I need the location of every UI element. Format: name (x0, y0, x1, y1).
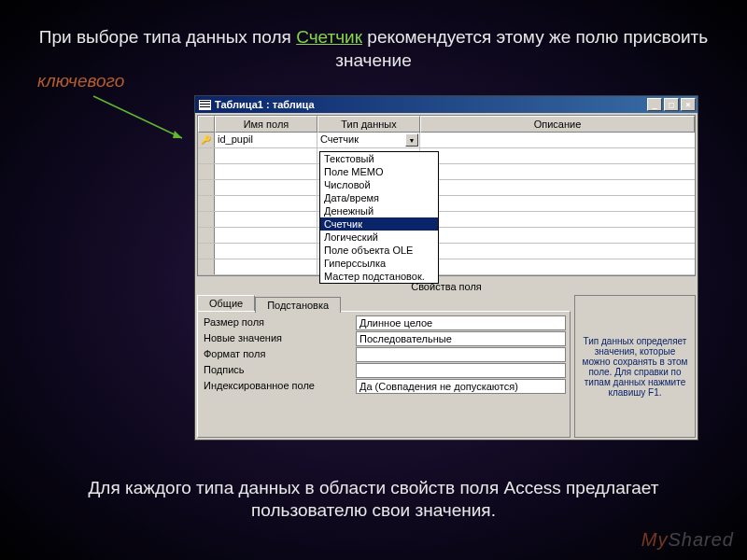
col-name[interactable]: Имя поля (215, 116, 317, 133)
prop-value-input[interactable] (356, 363, 566, 378)
arrow-annotation (89, 91, 191, 147)
table-icon (199, 100, 211, 110)
field-grid: Имя поля Тип данных Описание 🔑 id_pupil … (197, 115, 696, 276)
key-word: ключевого (37, 71, 124, 91)
minimize-button[interactable]: _ (647, 98, 662, 111)
properties-panel: Общие Подстановка Размер поляДлинное цел… (197, 295, 571, 438)
field-desc-cell[interactable] (420, 133, 695, 147)
dropdown-option[interactable]: Числовой (320, 178, 438, 191)
watermark: MyShared (641, 529, 734, 551)
prop-label: Формат поля (202, 347, 356, 362)
svg-line-0 (93, 96, 182, 138)
prop-label: Новые значения (202, 331, 356, 346)
properties-label: Свойства поля (195, 278, 698, 295)
dropdown-option[interactable]: Поле объекта OLE (320, 244, 438, 257)
window-title: Таблица1 : таблица (215, 99, 315, 110)
col-desc[interactable]: Описание (420, 116, 695, 133)
dropdown-option-selected[interactable]: Счетчик (320, 217, 438, 231)
prop-value-input[interactable]: Длинное целое (356, 315, 566, 330)
dropdown-button[interactable]: ▼ (405, 133, 418, 147)
slide-footer-text: Для каждого типа данных в области свойст… (37, 477, 710, 523)
slide-heading: При выборе типа данных поля Счетчик реко… (37, 26, 710, 72)
prop-label: Размер поля (202, 315, 356, 330)
accent-word: Счетчик (296, 27, 362, 47)
maximize-button[interactable]: □ (664, 98, 679, 111)
grid-header: Имя поля Тип данных Описание (198, 116, 695, 133)
tab-general[interactable]: Общие (197, 295, 255, 311)
field-type-cell[interactable]: Счетчик ▼ (317, 133, 420, 147)
row-selector[interactable]: 🔑 (198, 133, 215, 147)
titlebar[interactable]: Таблица1 : таблица _ □ × (195, 96, 698, 113)
dropdown-option[interactable]: Поле МЕМО (320, 165, 438, 178)
access-table-designer-window: Таблица1 : таблица _ □ × Имя поля Тип да… (194, 95, 698, 441)
dropdown-option[interactable]: Логический (320, 231, 438, 244)
prop-value-input[interactable]: Да (Совпадения не допускаются) (356, 379, 566, 394)
datatype-dropdown[interactable]: Текстовый Поле МЕМО Числовой Дата/время … (319, 151, 439, 284)
dropdown-option[interactable]: Гиперссылка (320, 257, 438, 270)
prop-value-input[interactable]: Последовательные (356, 331, 566, 346)
table-row[interactable]: 🔑 id_pupil Счетчик ▼ (198, 133, 695, 148)
svg-marker-1 (173, 131, 182, 138)
dropdown-option[interactable]: Мастер подстановок. (320, 270, 438, 283)
dropdown-option[interactable]: Текстовый (320, 152, 438, 165)
primary-key-icon: 🔑 (201, 135, 211, 145)
dropdown-option[interactable]: Дата/время (320, 191, 438, 204)
field-name-cell[interactable]: id_pupil (215, 133, 317, 147)
close-button[interactable]: × (681, 98, 696, 111)
help-panel: Тип данных определяет значения, которые … (574, 295, 696, 438)
prop-value-input[interactable] (356, 347, 566, 362)
tab-lookup[interactable]: Подстановка (255, 297, 341, 313)
prop-label: Подпись (202, 363, 356, 378)
col-type[interactable]: Тип данных (317, 116, 420, 133)
prop-label: Индексированное поле (202, 379, 356, 394)
dropdown-option[interactable]: Денежный (320, 204, 438, 217)
